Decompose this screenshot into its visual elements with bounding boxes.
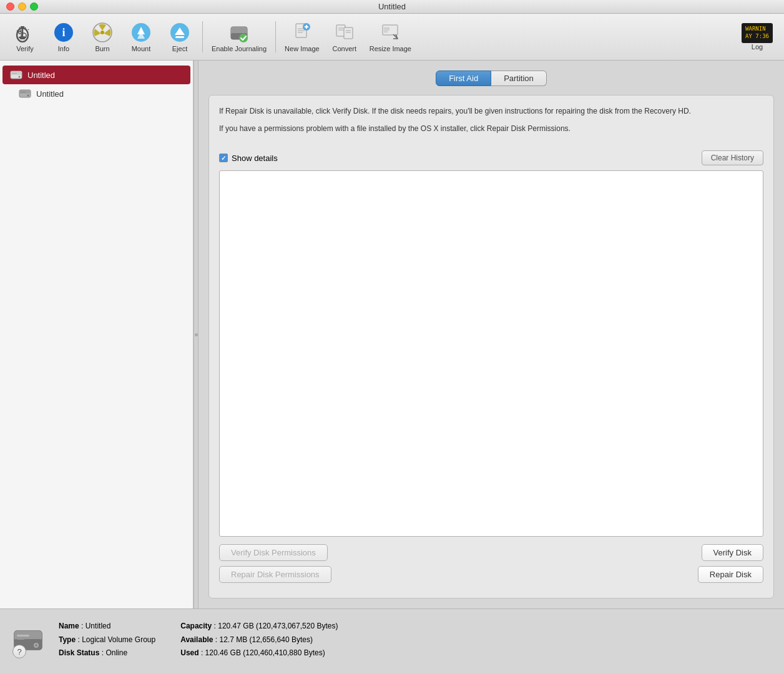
disk-info-left: Name : Untitled Type : Logical Volume Gr… [59, 620, 155, 660]
svg-point-15 [19, 31, 21, 34]
svg-rect-51 [12, 73, 17, 74]
mount-icon [130, 21, 152, 44]
available-label: Available [180, 635, 213, 644]
description-line-2: If you have a permissions problem with a… [219, 123, 763, 134]
convert-label: Convert [332, 45, 356, 52]
show-details-checkbox-row[interactable]: Show details [219, 154, 278, 163]
statusbar: Name : Untitled Type : Logical Volume Gr… [0, 608, 784, 671]
splitter-indicator [195, 333, 198, 336]
name-value: Untitled [86, 622, 111, 630]
toolbar-resize-image-button[interactable]: Resize Image [365, 19, 416, 55]
svg-rect-25 [175, 36, 184, 38]
button-row-top: Verify Disk Permissions Verify Disk [219, 544, 763, 561]
verify-disk-permissions-button[interactable]: Verify Disk Permissions [219, 544, 328, 561]
tab-partition[interactable]: Partition [491, 71, 547, 86]
verify-disk-button[interactable]: Verify Disk [702, 544, 763, 561]
show-details-text: Show details [232, 154, 278, 163]
resize-image-label: Resize Image [370, 45, 411, 52]
toolbar-log-button[interactable]: WARNIN AY 7:36 Log [737, 21, 778, 52]
svg-line-4 [28, 29, 29, 30]
show-details-checkbox[interactable] [219, 154, 228, 162]
log-label: Log [752, 43, 763, 51]
disk-status-row: Disk Status : Online [59, 647, 155, 660]
sidebar: Untitled Untitled [0, 61, 194, 608]
name-label: Name [59, 622, 79, 630]
eject-icon [169, 21, 191, 44]
name-row: Name : Untitled [59, 620, 155, 633]
used-value: 120.46 GB (120,460,410,880 Bytes) [205, 648, 325, 657]
burn-icon [91, 21, 114, 44]
svg-text:i: i [62, 26, 65, 39]
eject-label: Eject [172, 45, 187, 52]
sidebar-child-label: Untitled [36, 89, 64, 99]
close-button[interactable] [6, 2, 14, 11]
minimize-button[interactable] [18, 2, 26, 11]
main-content: Untitled Untitled First Aid Par [0, 61, 784, 608]
maximize-button[interactable] [30, 2, 38, 11]
sidebar-item-untitled-parent[interactable]: Untitled [2, 66, 190, 84]
type-label: Type [59, 635, 76, 644]
toolbar-enable-journaling-button[interactable]: Enable Journaling [207, 19, 272, 55]
help-button[interactable]: ? [12, 645, 26, 658]
sidebar-parent-label: Untitled [27, 71, 55, 80]
content-area: First Aid Partition If Repair Disk is un… [198, 61, 784, 608]
toolbar-info-button[interactable]: i Info [45, 19, 82, 55]
info-label: Info [58, 45, 69, 52]
svg-rect-55 [21, 92, 26, 92]
new-image-icon [291, 21, 313, 44]
repair-disk-button[interactable]: Repair Disk [698, 566, 763, 583]
first-aid-panel: If Repair Disk is unavailable, click Ver… [208, 95, 774, 598]
enable-journaling-label: Enable Journaling [212, 45, 267, 52]
svg-line-3 [25, 27, 26, 28]
available-value: 12.7 MB (12,656,640 Bytes) [219, 635, 312, 644]
window-controls[interactable] [6, 2, 38, 11]
burn-label: Burn [95, 45, 109, 52]
toolbar-verify-button[interactable]: Verify [6, 19, 44, 55]
type-value: Logical Volume Group [82, 635, 155, 644]
toolbar-convert-button[interactable]: Convert [326, 19, 363, 55]
disk-drive-icon [10, 69, 22, 81]
enable-journaling-icon [228, 21, 250, 44]
log-display: WARNIN AY 7:36 [742, 23, 773, 42]
toolbar-eject-button[interactable]: Eject [161, 19, 198, 55]
used-label: Used [180, 648, 198, 657]
panel-description: If Repair Disk is unavailable, click Ver… [219, 105, 763, 140]
svg-rect-39 [344, 27, 353, 39]
svg-point-60 [35, 644, 37, 647]
disk-info-right: Capacity : 120.47 GB (120,473,067,520 By… [180, 620, 338, 660]
type-row: Type : Logical Volume Group [59, 633, 155, 647]
log-output-area[interactable] [219, 170, 763, 537]
tab-first-aid[interactable]: First Aid [436, 71, 491, 86]
description-line-1: If Repair Disk is unavailable, click Ver… [219, 105, 763, 117]
available-row: Available : 12.7 MB (12,656,640 Bytes) [180, 633, 338, 647]
convert-icon [333, 21, 356, 44]
svg-line-6 [17, 31, 18, 31]
disk-info-section: Name : Untitled Type : Logical Volume Gr… [59, 620, 338, 660]
disk-volume-icon [19, 87, 31, 100]
clear-history-button[interactable]: Clear History [702, 150, 763, 165]
toolbar: Verify i Info Burn [0, 14, 784, 61]
svg-line-2 [19, 27, 20, 28]
svg-rect-62 [17, 638, 24, 640]
svg-rect-61 [17, 635, 29, 637]
button-row-bottom: Repair Disk Permissions Repair Disk [219, 566, 763, 583]
toolbar-new-image-button[interactable]: New Image [280, 19, 325, 55]
sidebar-item-untitled-child[interactable]: Untitled [0, 84, 193, 103]
mount-label: Mount [132, 45, 151, 52]
info-icon: i [52, 21, 75, 44]
svg-point-19 [100, 31, 104, 34]
repair-disk-permissions-button[interactable]: Repair Disk Permissions [219, 566, 331, 583]
sidebar-splitter[interactable] [194, 61, 198, 608]
resize-image-icon [379, 21, 401, 44]
disk-status-label: Disk Status [59, 648, 99, 657]
show-details-row: Show details Clear History [219, 150, 763, 165]
capacity-value: 120.47 GB (120,473,067,520 Bytes) [218, 622, 338, 630]
svg-point-50 [19, 76, 21, 78]
toolbar-mount-button[interactable]: Mount [122, 19, 160, 55]
capacity-row: Capacity : 120.47 GB (120,473,067,520 By… [180, 620, 338, 633]
verify-label: Verify [16, 45, 34, 52]
toolbar-separator-2 [275, 21, 276, 52]
toolbar-burn-button[interactable]: Burn [84, 19, 121, 55]
titlebar: Untitled [0, 0, 784, 14]
capacity-label: Capacity [180, 622, 212, 630]
